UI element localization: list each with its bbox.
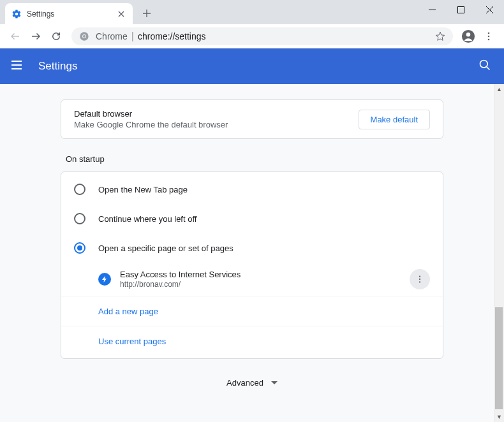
address-bar[interactable]: Chrome | chrome://settings (71, 27, 453, 45)
settings-header: Settings (0, 48, 504, 84)
minimize-button[interactable] (418, 0, 447, 19)
chrome-icon (79, 31, 89, 41)
scroll-up-arrow-icon[interactable]: ▲ (494, 84, 504, 94)
back-button[interactable] (5, 26, 26, 47)
search-icon[interactable] (478, 59, 494, 74)
omnibox-url: chrome://settings (138, 31, 435, 41)
svg-point-10 (419, 275, 420, 277)
svg-point-12 (419, 281, 420, 282)
default-browser-subtitle: Make Google Chrome the default browser (74, 120, 359, 129)
bookmark-star-icon[interactable] (435, 31, 445, 41)
svg-point-8 (488, 38, 490, 40)
svg-point-5 (466, 33, 470, 36)
profile-button[interactable] (458, 26, 478, 47)
close-tab-button[interactable] (116, 9, 126, 19)
startup-option-new-tab[interactable]: Open the New Tab page (61, 175, 443, 204)
tab-title: Settings (27, 10, 116, 18)
radio-label: Open a specific page or set of pages (98, 244, 233, 253)
on-startup-card: Open the New Tab page Continue where you… (61, 171, 443, 359)
page-item-menu-button[interactable] (410, 269, 430, 289)
forward-button[interactable] (26, 26, 46, 47)
omnibox-separator: | (131, 31, 134, 42)
close-window-button[interactable] (475, 0, 504, 19)
hamburger-menu-icon[interactable] (10, 59, 26, 74)
radio-label: Continue where you left off (98, 214, 196, 224)
reload-button[interactable] (46, 26, 66, 47)
startup-page-item: Easy Access to Internet Services http://… (61, 263, 443, 296)
radio-icon (74, 213, 85, 224)
svg-point-6 (488, 32, 490, 34)
startup-option-continue[interactable]: Continue where you left off (61, 204, 443, 233)
scroll-down-arrow-icon[interactable]: ▼ (494, 412, 504, 422)
startup-page-title: Easy Access to Internet Services (120, 270, 410, 279)
default-browser-title: Default browser (74, 109, 359, 119)
advanced-label: Advanced (226, 378, 263, 388)
svg-rect-0 (458, 6, 464, 13)
svg-point-7 (488, 35, 490, 37)
radio-label: Open the New Tab page (98, 185, 188, 194)
page-title: Settings (38, 60, 478, 73)
make-default-button[interactable]: Make default (359, 110, 430, 129)
chevron-down-icon (271, 381, 278, 385)
advanced-toggle[interactable]: Advanced (226, 359, 278, 394)
radio-icon-checked (74, 242, 85, 254)
browser-tab[interactable]: Settings (5, 3, 133, 24)
add-new-page-link[interactable]: Add a new page (61, 296, 443, 326)
scrollbar[interactable]: ▲ ▼ (494, 84, 504, 422)
page-favicon-icon (98, 273, 111, 286)
omnibox-prefix: Chrome (96, 31, 128, 41)
svg-point-3 (83, 35, 85, 38)
default-browser-card: Default browser Make Google Chrome the d… (61, 99, 443, 139)
settings-content: Default browser Make Google Chrome the d… (0, 84, 504, 422)
window-controls (418, 0, 504, 19)
radio-icon (74, 184, 85, 195)
startup-page-url: http://bronav.com/ (120, 280, 410, 289)
gear-icon (11, 9, 22, 19)
kebab-menu-button[interactable] (478, 26, 499, 47)
scrollbar-thumb[interactable] (495, 307, 503, 409)
startup-option-specific-pages[interactable]: Open a specific page or set of pages (61, 233, 443, 263)
browser-toolbar: Chrome | chrome://settings (0, 24, 504, 48)
window-titlebar: Settings (0, 0, 504, 24)
new-tab-button[interactable] (138, 4, 156, 22)
svg-point-9 (480, 61, 488, 68)
on-startup-heading: On startup (61, 139, 443, 171)
svg-point-11 (419, 279, 420, 280)
maximize-button[interactable] (447, 0, 475, 19)
use-current-pages-link[interactable]: Use current pages (61, 326, 443, 356)
